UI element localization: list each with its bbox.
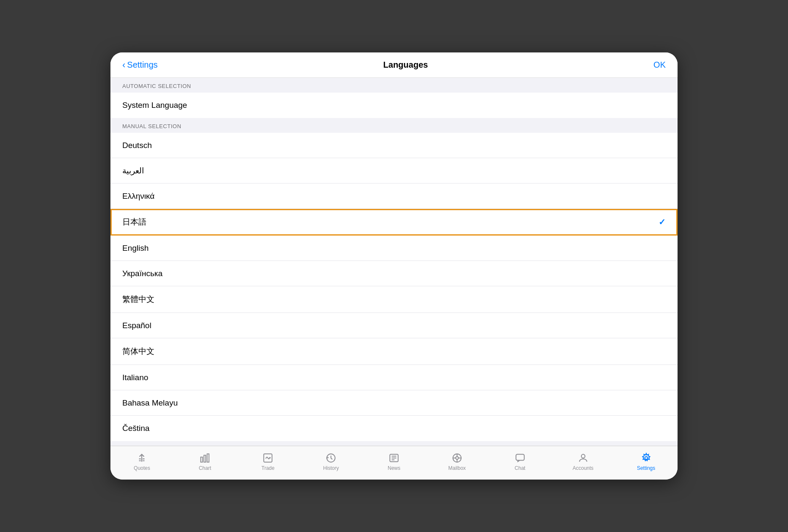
manual-selection-group: Deutsch العربية Ελληνικά 日本語 ✓ English У… xyxy=(110,133,678,441)
trade-icon xyxy=(262,452,273,463)
svg-rect-6 xyxy=(204,455,206,462)
section-header-manual: MANUAL SELECTION xyxy=(110,118,678,133)
mailbox-icon xyxy=(452,452,463,463)
tab-settings-label: Settings xyxy=(637,465,655,471)
tab-bar: Quotes Chart Trade History xyxy=(110,446,678,480)
chevron-left-icon: ‹ xyxy=(122,60,125,70)
tab-accounts[interactable]: Accounts xyxy=(551,452,614,471)
chart-icon xyxy=(199,452,210,463)
svg-point-22 xyxy=(645,456,647,459)
tab-trade[interactable]: Trade xyxy=(237,452,300,471)
svg-rect-7 xyxy=(207,454,209,462)
tab-settings[interactable]: Settings xyxy=(614,452,678,471)
news-icon xyxy=(388,452,400,463)
tab-history-label: History xyxy=(323,465,339,471)
list-item-english[interactable]: English xyxy=(110,236,678,261)
ok-button[interactable]: OK xyxy=(653,60,666,70)
accounts-icon xyxy=(578,452,589,463)
list-item-italian[interactable]: Italiano xyxy=(110,365,678,390)
list-item-ukrainian[interactable]: Українська xyxy=(110,261,678,286)
tab-history[interactable]: History xyxy=(300,452,363,471)
quotes-icon xyxy=(136,452,147,463)
list-item-simplified-chinese[interactable]: 简体中文 xyxy=(110,338,678,365)
tab-trade-label: Trade xyxy=(262,465,275,471)
svg-rect-20 xyxy=(516,454,524,460)
back-button[interactable]: ‹ Settings xyxy=(122,60,158,70)
tab-chart-label: Chart xyxy=(199,465,211,471)
chat-icon xyxy=(515,452,526,463)
tab-mailbox[interactable]: Mailbox xyxy=(425,452,488,471)
tab-quotes-label: Quotes xyxy=(134,465,150,471)
back-label: Settings xyxy=(127,60,157,70)
tab-chat[interactable]: Chat xyxy=(488,452,551,471)
tab-mailbox-label: Mailbox xyxy=(448,465,466,471)
svg-point-15 xyxy=(456,456,459,459)
history-icon xyxy=(325,452,336,463)
tab-chat-label: Chat xyxy=(515,465,525,471)
list-item-spanish[interactable]: Español xyxy=(110,313,678,338)
list-item-arabic[interactable]: العربية xyxy=(110,158,678,184)
automatic-selection-group: System Language xyxy=(110,93,678,118)
settings-icon xyxy=(641,452,652,463)
list-item-greek[interactable]: Ελληνικά xyxy=(110,184,678,209)
tab-news-label: News xyxy=(388,465,400,471)
tab-chart[interactable]: Chart xyxy=(174,452,237,471)
nav-bar: ‹ Settings Languages OK xyxy=(110,52,678,78)
list-item-system-language[interactable]: System Language xyxy=(110,93,678,118)
tab-news[interactable]: News xyxy=(363,452,426,471)
page-title: Languages xyxy=(383,60,428,70)
list-item-malay[interactable]: Bahasa Melayu xyxy=(110,390,678,416)
list-item-deutsch[interactable]: Deutsch xyxy=(110,133,678,158)
list-item-japanese[interactable]: 日本語 ✓ xyxy=(110,209,678,236)
list-item-traditional-chinese[interactable]: 繁體中文 xyxy=(110,286,678,313)
device-frame: ‹ Settings Languages OK AUTOMATIC SELECT… xyxy=(110,52,678,480)
content-area: AUTOMATIC SELECTION System Language MANU… xyxy=(110,78,678,446)
list-item-czech[interactable]: Čeština xyxy=(110,416,678,441)
tab-accounts-label: Accounts xyxy=(573,465,593,471)
checkmark-icon: ✓ xyxy=(659,217,666,227)
tab-quotes[interactable]: Quotes xyxy=(110,452,174,471)
svg-point-21 xyxy=(581,454,585,458)
section-header-automatic: AUTOMATIC SELECTION xyxy=(110,78,678,93)
svg-rect-5 xyxy=(201,457,203,462)
